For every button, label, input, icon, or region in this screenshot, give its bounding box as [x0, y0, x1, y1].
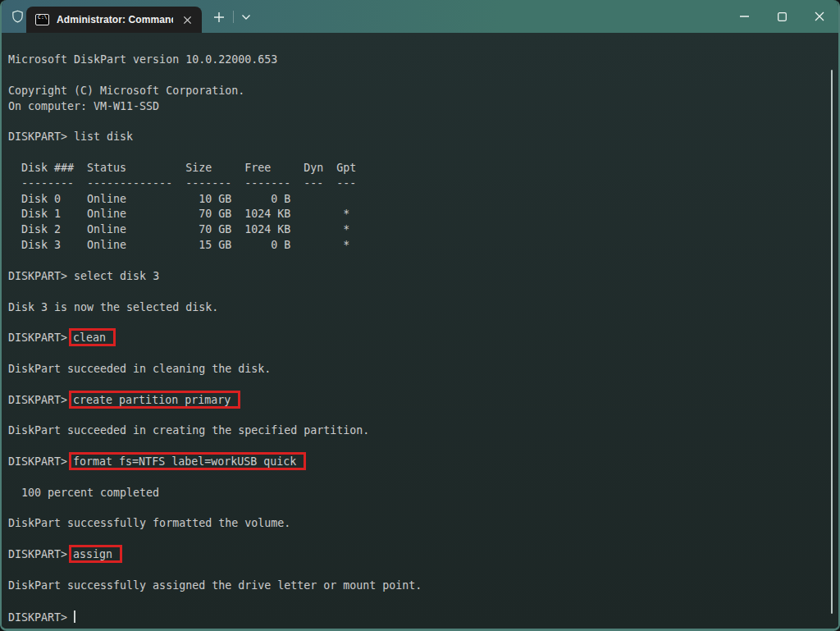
close-button[interactable] [801, 0, 838, 33]
new-tab-button[interactable] [209, 7, 229, 26]
highlight-box: format fs=NTFS label=workUSB quick [69, 455, 306, 468]
terminal-line: Disk 1 Online 70 GB 1024 KB * [8, 207, 838, 222]
tab-title: Administrator: Command Pro [57, 14, 173, 25]
terminal-line [8, 145, 838, 161]
terminal-line: DISKPART>create partition primary [8, 393, 838, 409]
terminal-line: DISKPART>clean [8, 331, 838, 346]
terminal-line: Disk ### Status Size Free Dyn Gpt [8, 161, 838, 176]
terminal-line: -------- ------------- ------- ------- -… [8, 176, 838, 192]
terminal-line: DISKPART> list disk [8, 130, 838, 145]
terminal-line [8, 501, 838, 516]
cmd-window-icon: C:\ [35, 14, 49, 25]
minimize-button[interactable] [725, 0, 763, 33]
terminal-line [8, 563, 838, 578]
terminal-line: DiskPart successfully assigned the drive… [8, 578, 838, 594]
terminal-line [8, 114, 838, 130]
terminal-line: DISKPART> [8, 609, 838, 624]
terminal-line [8, 408, 838, 423]
terminal-line: DISKPART>format fs=NTFS label=workUSB qu… [8, 455, 838, 470]
text-cursor [74, 610, 75, 623]
terminal-line: DiskPart succeeded in cleaning the disk. [8, 362, 838, 377]
terminal-line: Disk 3 Online 15 GB 0 B * [8, 238, 838, 254]
admin-shield-icon [9, 8, 25, 25]
terminal-line: 100 percent completed [8, 486, 838, 501]
tab-bar-separator [233, 11, 234, 23]
terminal-line: DISKPART>assign [8, 547, 838, 563]
terminal-line [8, 532, 838, 547]
terminal-line: Disk 0 Online 10 GB 0 B [8, 192, 838, 208]
terminal-line [8, 315, 838, 331]
terminal-line: On computer: VM-W11-SSD [8, 99, 838, 115]
highlight-box: create partition primary [69, 394, 240, 406]
terminal-line [8, 68, 838, 84]
terminal-line [8, 285, 838, 300]
highlight-box: clean [69, 332, 116, 344]
window-controls [725, 0, 838, 33]
terminal-window: C:\ Administrator: Command Pro [0, 0, 840, 631]
maximize-button[interactable] [763, 0, 801, 33]
scrollbar-thumb[interactable] [831, 70, 833, 614]
terminal-line: Copyright (C) Microsoft Corporation. [8, 84, 838, 99]
terminal-line [8, 254, 838, 269]
terminal-line: Disk 3 is now the selected disk. [8, 300, 838, 316]
terminal-line [8, 377, 838, 393]
terminal-line [8, 346, 838, 362]
terminal-line: Disk 2 Online 70 GB 1024 KB * [8, 222, 838, 238]
tab-administrator-command-prompt[interactable]: C:\ Administrator: Command Pro [26, 7, 202, 33]
terminal-line [8, 470, 838, 486]
highlight-box: assign [69, 548, 122, 560]
terminal-line: Microsoft DiskPart version 10.0.22000.65… [8, 53, 838, 68]
terminal-line [8, 439, 838, 455]
terminal-content[interactable]: Microsoft DiskPart version 10.0.22000.65… [2, 33, 838, 629]
terminal-lines: Microsoft DiskPart version 10.0.22000.65… [8, 53, 838, 624]
terminal-line: DiskPart successfully formatted the volu… [8, 516, 838, 532]
tab-dropdown-button[interactable] [236, 7, 256, 26]
title-bar[interactable]: C:\ Administrator: Command Pro [2, 0, 838, 33]
terminal-line [8, 594, 838, 610]
terminal-line: DiskPart succeeded in creating the speci… [8, 423, 838, 439]
terminal-line: DISKPART> select disk 3 [8, 269, 838, 285]
close-tab-icon[interactable] [180, 13, 194, 26]
